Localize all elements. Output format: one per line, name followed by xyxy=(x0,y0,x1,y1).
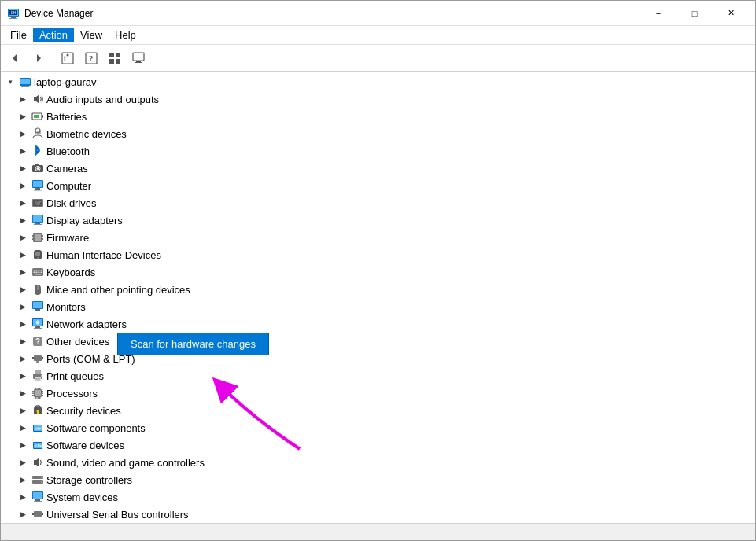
tree-item-firmware[interactable]: ▶ Firmware xyxy=(1,229,755,246)
processors-expand[interactable]: ▶ xyxy=(17,387,29,399)
hid-expand[interactable]: ▶ xyxy=(17,248,29,261)
tree-item-bluetooth[interactable]: ▶ Bluetooth xyxy=(1,142,755,160)
help-button[interactable]: ? xyxy=(80,47,102,69)
svg-rect-23 xyxy=(21,86,29,87)
svg-rect-106 xyxy=(38,397,39,399)
usb-icon xyxy=(31,508,44,521)
print-expand[interactable]: ▶ xyxy=(17,370,29,382)
tree-item-display[interactable]: ▶ Display adapters xyxy=(1,212,755,229)
disk-expand[interactable]: ▶ xyxy=(17,197,29,209)
tree-item-batteries[interactable]: ▶ Batteries xyxy=(1,108,755,125)
root-icon xyxy=(19,75,31,88)
security-expand[interactable]: ▶ xyxy=(17,404,29,417)
root-expand-arrow[interactable]: ▾ xyxy=(4,75,17,88)
device-manager-window: DM Device Manager − □ ✕ File Action View… xyxy=(0,0,756,541)
computer-icon xyxy=(31,179,44,192)
tree-item-sound[interactable]: ▶ Sound, video and game controllers xyxy=(1,454,755,471)
svg-rect-129 xyxy=(42,513,43,515)
cameras-expand[interactable]: ▶ xyxy=(17,162,29,175)
audio-expand[interactable]: ▶ xyxy=(17,93,29,105)
view-button[interactable] xyxy=(104,47,126,69)
svg-rect-102 xyxy=(35,388,37,389)
tree-item-storage[interactable]: ▶ Storage controllers xyxy=(1,471,755,488)
svg-marker-24 xyxy=(34,94,39,104)
tree-item-disk[interactable]: ▶ Disk drives xyxy=(1,194,755,212)
tree-root[interactable]: ▾ laptop-gaurav xyxy=(1,73,755,90)
minimize-button[interactable]: − xyxy=(640,1,677,26)
svg-rect-89 xyxy=(35,370,41,374)
hid-icon xyxy=(31,248,44,261)
tree-item-processors[interactable]: ▶ xyxy=(1,385,755,402)
security-label: Security devices xyxy=(46,405,121,417)
menu-action[interactable]: Action xyxy=(33,28,74,42)
close-button[interactable]: ✕ xyxy=(713,1,749,26)
window-title: Device Manager xyxy=(24,8,640,19)
svg-rect-85 xyxy=(32,357,34,359)
batteries-expand[interactable]: ▶ xyxy=(17,110,29,123)
scan-popup[interactable]: Scan for hardware changes xyxy=(117,333,269,355)
bluetooth-expand[interactable]: ▶ xyxy=(17,145,29,157)
security-icon xyxy=(31,404,44,417)
tree-item-softcomp[interactable]: ▶ </> Software components xyxy=(1,419,755,436)
biometric-expand[interactable]: ▶ xyxy=(17,127,29,140)
cameras-label: Cameras xyxy=(46,163,88,175)
maximize-button[interactable]: □ xyxy=(677,1,713,26)
svg-rect-124 xyxy=(33,492,42,499)
tree-item-usb[interactable]: ▶ Universal Serial Bus controllers xyxy=(1,506,755,523)
network-expand[interactable]: ▶ xyxy=(17,318,29,330)
menu-file[interactable]: File xyxy=(4,28,33,42)
display-expand[interactable]: ▶ xyxy=(17,214,29,226)
svg-rect-37 xyxy=(33,181,42,187)
svg-rect-128 xyxy=(32,513,34,515)
tree-item-print[interactable]: ▶ Print queues xyxy=(1,367,755,385)
tree-item-mice[interactable]: ▶ Mice and other pointing devices xyxy=(1,281,755,298)
tree-item-monitors[interactable]: ▶ Monitors xyxy=(1,298,755,315)
app-icon: DM xyxy=(7,7,20,20)
menu-help[interactable]: Help xyxy=(109,28,142,42)
bluetooth-icon xyxy=(31,145,44,157)
tree-item-cameras[interactable]: ▶ Cameras xyxy=(1,160,755,177)
svg-rect-50 xyxy=(35,234,41,241)
svg-rect-93 xyxy=(41,375,42,377)
firmware-icon xyxy=(31,231,44,244)
forward-button[interactable] xyxy=(28,47,50,69)
keyboards-label: Keyboards xyxy=(46,267,95,278)
svg-rect-17 xyxy=(133,53,144,61)
tree-item-ports[interactable]: ▶ Ports (COM & LPT) xyxy=(1,350,755,367)
ports-expand[interactable]: ▶ xyxy=(17,352,29,365)
firmware-expand[interactable]: ▶ xyxy=(17,231,29,244)
tree-item-other[interactable]: ▶ ? Other devices xyxy=(1,333,755,350)
svg-point-57 xyxy=(37,257,39,259)
monitors-expand[interactable]: ▶ xyxy=(17,300,29,313)
properties-button[interactable]: i xyxy=(57,47,79,69)
keyboards-expand[interactable]: ▶ xyxy=(17,266,29,278)
tree-item-security[interactable]: ▶ Security devices xyxy=(1,402,755,419)
tree-item-softdev[interactable]: ▶ </> Software devices xyxy=(1,436,755,454)
tree-item-audio[interactable]: ▶ Audio inputs and outputs xyxy=(1,90,755,108)
tree-item-biometric[interactable]: ▶ Biometric devices xyxy=(1,125,755,142)
monitor-button[interactable] xyxy=(127,47,149,69)
svg-rect-72 xyxy=(35,309,40,311)
system-expand[interactable]: ▶ xyxy=(17,491,29,503)
storage-expand[interactable]: ▶ xyxy=(17,473,29,486)
back-button[interactable] xyxy=(4,47,26,69)
svg-rect-39 xyxy=(34,190,42,191)
tree-item-hid[interactable]: ▶ Human Interface Devices xyxy=(1,246,755,263)
softcomp-expand[interactable]: ▶ xyxy=(17,421,29,434)
audio-label: Audio inputs and outputs xyxy=(46,94,159,105)
svg-rect-2 xyxy=(9,18,17,19)
other-expand[interactable]: ▶ xyxy=(17,335,29,348)
menu-view[interactable]: View xyxy=(74,28,109,42)
tree-item-system[interactable]: ▶ System devices xyxy=(1,488,755,506)
tree-item-computer[interactable]: ▶ Computer xyxy=(1,177,755,194)
sound-expand[interactable]: ▶ xyxy=(17,456,29,469)
tree-item-keyboards[interactable]: ▶ Keyboards xyxy=(1,263,755,281)
mice-expand[interactable]: ▶ xyxy=(17,283,29,296)
softdev-expand[interactable]: ▶ xyxy=(17,439,29,451)
svg-rect-97 xyxy=(32,393,34,395)
usb-expand[interactable]: ▶ xyxy=(17,508,29,521)
tree-item-network[interactable]: ▶ Network adapters Scan for hard xyxy=(1,315,755,333)
device-tree[interactable]: ▾ laptop-gaurav ▶ xyxy=(1,72,755,523)
other-icon: ? xyxy=(31,335,44,348)
computer-expand[interactable]: ▶ xyxy=(17,179,29,192)
